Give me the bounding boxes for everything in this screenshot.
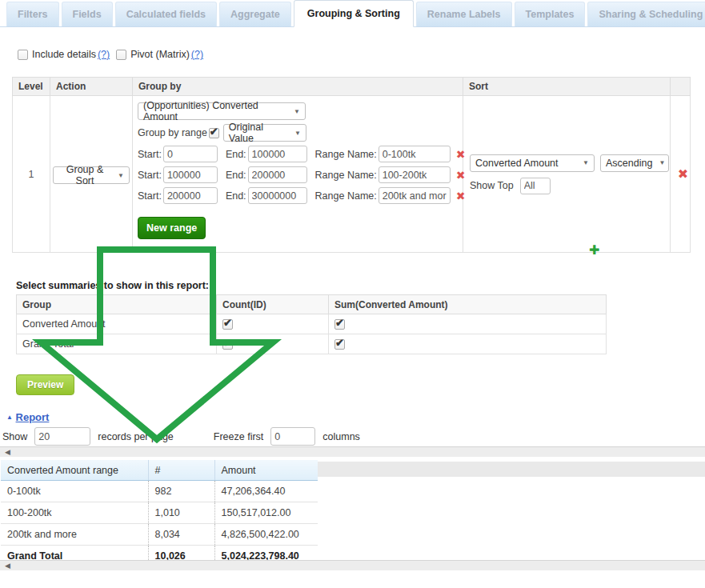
report-row: 200tk and more 8,034 4,826,500,422.00 <box>1 524 318 546</box>
range-name-label: Range Name: <box>315 149 377 160</box>
tab-grouping-sorting[interactable]: Grouping & Sorting <box>294 0 414 27</box>
sort-field-select[interactable]: Converted Amount ▼ <box>470 154 595 172</box>
report-row: 100-200tk 1,010 150,517,012.00 <box>1 502 318 524</box>
range-start-input[interactable] <box>163 166 218 183</box>
range-row: Start: End: Range Name: ✖ <box>138 187 459 204</box>
tab-fields[interactable]: Fields <box>62 2 113 26</box>
pivot-label: Pivot (Matrix) <box>130 49 190 60</box>
group-by-range-checkbox[interactable] <box>209 128 219 138</box>
summaries-row: Grand Total <box>17 334 607 354</box>
grouping-header-row: Level Action Group by Sort <box>13 78 691 96</box>
start-label: Start: <box>138 149 162 160</box>
col-header-action: Action <box>50 78 133 96</box>
report-header-extension <box>318 462 705 477</box>
range-row: Start: End: Range Name: ✖ <box>138 166 459 183</box>
report-link-label: Report <box>16 411 50 423</box>
count-cell: 982 <box>148 481 214 502</box>
records-per-page-label: records per page <box>98 431 174 442</box>
level-value: 1 <box>13 96 50 253</box>
range-end-input[interactable] <box>248 166 307 183</box>
new-range-button[interactable]: New range <box>138 217 206 239</box>
col-header-sort: Sort <box>463 78 671 96</box>
action-select-value: Group & Sort <box>58 164 111 186</box>
tab-sharing-scheduling[interactable]: Sharing & Scheduling <box>587 2 705 26</box>
delete-range-icon[interactable]: ✖ <box>456 148 466 161</box>
records-per-page-input[interactable] <box>34 427 90 446</box>
range-name-input[interactable] <box>379 166 451 183</box>
grouping-config-table: Level Action Group by Sort 1 Group & Sor… <box>12 77 691 253</box>
summaries-group-name: Converted Amount <box>17 314 217 334</box>
range-row: Start: End: Range Name: ✖ <box>138 146 459 162</box>
value-mode-select[interactable]: Original Value ▼ <box>223 124 306 142</box>
count-cell: 8,034 <box>148 524 214 546</box>
tab-filters[interactable]: Filters <box>6 2 59 26</box>
summaries-header-row: Group Count(ID) Sum(Converted Amount) <box>17 295 607 314</box>
end-label: End: <box>226 149 246 160</box>
tab-bar: Filters Fields Calculated fields Aggrega… <box>0 2 705 27</box>
value-mode-value: Original Value <box>229 122 288 144</box>
sort-field-value: Converted Amount <box>475 158 559 169</box>
group-field-value: (Opportunities) Converted Amount <box>143 100 287 122</box>
sort-order-select[interactable]: Ascending ▼ <box>600 154 669 172</box>
grouping-row-1: 1 Group & Sort ▼ (Opportunities) Convert… <box>13 96 691 253</box>
horizontal-scrollbar[interactable]: ◀ <box>0 560 705 570</box>
preview-button[interactable]: Preview <box>16 374 74 395</box>
chevron-down-icon: ▼ <box>118 172 124 179</box>
pivot-checkbox[interactable] <box>116 50 126 60</box>
tab-calculated-fields[interactable]: Calculated fields <box>115 2 217 26</box>
columns-label: columns <box>322 431 360 442</box>
start-label: Start: <box>138 170 162 181</box>
tab-rename-labels[interactable]: Rename Labels <box>416 2 512 26</box>
include-details-help-icon[interactable]: (?) <box>98 49 110 60</box>
report-col-range: Converted Amount range <box>1 460 148 481</box>
show-label: Show <box>2 431 27 442</box>
add-grouping-level-icon[interactable]: ✚ <box>589 242 599 258</box>
action-select[interactable]: Group & Sort ▼ <box>53 166 130 184</box>
summaries-col-group: Group <box>17 295 217 314</box>
summaries-col-count: Count(ID) <box>217 295 329 314</box>
freeze-first-label: Freeze first <box>214 431 264 442</box>
show-top-input[interactable] <box>520 178 551 194</box>
chevron-down-icon: ▼ <box>583 159 589 166</box>
range-start-input[interactable] <box>163 146 218 162</box>
report-table: Converted Amount range # Amount 0-100tk … <box>1 460 318 567</box>
delete-range-icon[interactable]: ✖ <box>456 190 466 202</box>
start-label: Start: <box>138 190 162 202</box>
range-name-input[interactable] <box>379 187 451 204</box>
report-collapse-link[interactable]: ▲ Report <box>6 411 49 423</box>
sum-checkbox[interactable] <box>334 319 345 330</box>
range-name-label: Range Name: <box>315 170 377 181</box>
col-header-actions <box>671 78 691 96</box>
summaries-row: Converted Amount <box>17 314 607 334</box>
range-start-input[interactable] <box>163 187 218 204</box>
range-cell: 0-100tk <box>1 481 148 502</box>
range-cell: 100-200tk <box>1 502 148 524</box>
count-cell: 1,010 <box>148 502 214 524</box>
summaries-col-sum: Sum(Converted Amount) <box>329 295 607 314</box>
count-checkbox[interactable] <box>222 319 233 330</box>
horizontal-scrollbar[interactable]: ◀ <box>0 446 705 457</box>
scroll-left-icon[interactable]: ◀ <box>5 448 10 456</box>
report-options: Include details (?) Pivot (Matrix) (?) <box>18 49 210 60</box>
summaries-title: Select summaries to show in this report: <box>16 280 209 291</box>
range-end-input[interactable] <box>248 146 307 162</box>
pivot-help-icon[interactable]: (?) <box>191 49 203 60</box>
amount-cell: 47,206,364.40 <box>214 481 318 502</box>
freeze-columns-input[interactable] <box>270 427 315 446</box>
scroll-left-icon[interactable]: ◀ <box>5 562 10 570</box>
report-col-count: # <box>148 460 214 481</box>
sum-checkbox[interactable] <box>334 339 345 350</box>
range-end-input[interactable] <box>248 187 307 204</box>
delete-grouping-level-icon[interactable]: ✖ <box>678 167 688 181</box>
range-name-input[interactable] <box>379 146 451 162</box>
tab-aggregate[interactable]: Aggregate <box>219 2 291 26</box>
tab-templates[interactable]: Templates <box>515 2 586 26</box>
delete-range-icon[interactable]: ✖ <box>456 169 466 182</box>
include-details-checkbox[interactable] <box>18 50 28 60</box>
count-checkbox[interactable] <box>222 339 233 350</box>
col-header-level: Level <box>13 78 50 96</box>
collapse-arrow-icon: ▲ <box>6 414 13 421</box>
include-details-label: Include details <box>32 49 96 60</box>
range-cell: 200tk and more <box>1 524 148 546</box>
group-field-select[interactable]: (Opportunities) Converted Amount ▼ <box>138 102 306 120</box>
